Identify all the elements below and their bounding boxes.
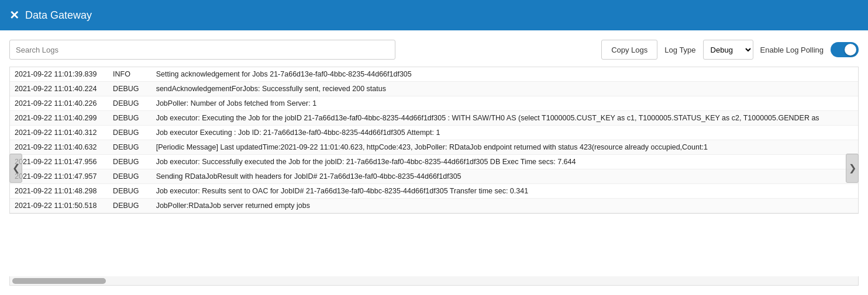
- log-level: DEBUG: [108, 96, 151, 111]
- log-timestamp: 2021-09-22 11:01:40.632: [10, 140, 108, 155]
- log-table: 2021-09-22 11:01:39.839INFOSetting ackno…: [10, 67, 858, 213]
- scrollbar-thumb: [12, 278, 106, 284]
- log-level: INFO: [108, 67, 151, 82]
- log-level: DEBUG: [108, 155, 151, 169]
- log-level: DEBUG: [108, 199, 151, 213]
- app-icon: ✕: [9, 8, 19, 22]
- copy-logs-button[interactable]: Copy Logs: [601, 40, 657, 60]
- log-message: Sending RDataJobResult with headers for …: [151, 169, 858, 184]
- table-row: 2021-09-22 11:01:40.224DEBUGsendAcknowle…: [10, 82, 858, 96]
- log-level: DEBUG: [108, 126, 151, 140]
- log-timestamp: 2021-09-22 11:01:40.224: [10, 82, 108, 96]
- log-level: DEBUG: [108, 184, 151, 199]
- log-message: Job executor: Successfully executed the …: [151, 155, 858, 169]
- main-content: Copy Logs Log Type Debug Info Warning Er…: [0, 30, 868, 295]
- log-timestamp: 2021-09-22 11:01:40.312: [10, 126, 108, 140]
- table-row: 2021-09-22 11:01:40.312DEBUGJob executor…: [10, 126, 858, 140]
- table-row: 2021-09-22 11:01:47.957DEBUGSending RDat…: [10, 169, 858, 184]
- app-title: Data Gateway: [25, 9, 92, 22]
- log-message: Job executor Executing : Job ID: 21-7a66…: [151, 126, 858, 140]
- table-row: 2021-09-22 11:01:39.839INFOSetting ackno…: [10, 67, 858, 82]
- toggle-thumb: [845, 44, 856, 55]
- log-message: Setting acknowledgement for Jobs 21-7a66…: [151, 67, 858, 82]
- enable-polling-label: Enable Log Polling: [760, 46, 824, 54]
- table-row: 2021-09-22 11:01:40.226DEBUGJobPoller: N…: [10, 96, 858, 111]
- log-message: JobPoller: Number of Jobs fetched from S…: [151, 96, 858, 111]
- log-type-select[interactable]: Debug Info Warning Error: [703, 40, 753, 60]
- toolbar: Copy Logs Log Type Debug Info Warning Er…: [9, 40, 859, 60]
- table-row: 2021-09-22 11:01:48.298DEBUGJob executor…: [10, 184, 858, 199]
- log-level: DEBUG: [108, 140, 151, 155]
- log-wrapper: ❮ 2021-09-22 11:01:39.839INFOSetting ack…: [9, 67, 859, 269]
- log-type-label: Log Type: [664, 46, 695, 54]
- log-timestamp: 2021-09-22 11:01:48.298: [10, 184, 108, 199]
- horizontal-scrollbar[interactable]: [9, 276, 859, 286]
- table-row: 2021-09-22 11:01:47.956DEBUGJob executor…: [10, 155, 858, 169]
- search-input[interactable]: [9, 40, 395, 60]
- title-bar: ✕ Data Gateway: [0, 0, 868, 30]
- table-row: 2021-09-22 11:01:40.299DEBUGJob executor…: [10, 111, 858, 126]
- scroll-right-arrow[interactable]: ❯: [846, 154, 859, 183]
- enable-polling-toggle[interactable]: [831, 42, 859, 57]
- log-message: [Periodic Message] Last updatedTime:2021…: [151, 140, 858, 155]
- table-row: 2021-09-22 11:01:40.632DEBUG[Periodic Me…: [10, 140, 858, 155]
- table-row: 2021-09-22 11:01:50.518DEBUGJobPoller:RD…: [10, 199, 858, 213]
- log-message: Job executor: Executing the Job for the …: [151, 111, 858, 126]
- log-timestamp: 2021-09-22 11:01:50.518: [10, 199, 108, 213]
- log-timestamp: 2021-09-22 11:01:47.957: [10, 169, 108, 184]
- log-message: Job executor: Results sent to OAC for Jo…: [151, 184, 858, 199]
- log-level: DEBUG: [108, 169, 151, 184]
- log-timestamp: 2021-09-22 11:01:39.839: [10, 67, 108, 82]
- log-message: JobPoller:RDataJob server returned empty…: [151, 199, 858, 213]
- log-container[interactable]: 2021-09-22 11:01:39.839INFOSetting ackno…: [9, 67, 859, 214]
- log-message: sendAcknowledgementForJobs: Successfully…: [151, 82, 858, 96]
- log-timestamp: 2021-09-22 11:01:40.226: [10, 96, 108, 111]
- log-timestamp: 2021-09-22 11:01:40.299: [10, 111, 108, 126]
- scroll-left-arrow[interactable]: ❮: [9, 154, 22, 183]
- log-level: DEBUG: [108, 82, 151, 96]
- log-timestamp: 2021-09-22 11:01:47.956: [10, 155, 108, 169]
- log-level: DEBUG: [108, 111, 151, 126]
